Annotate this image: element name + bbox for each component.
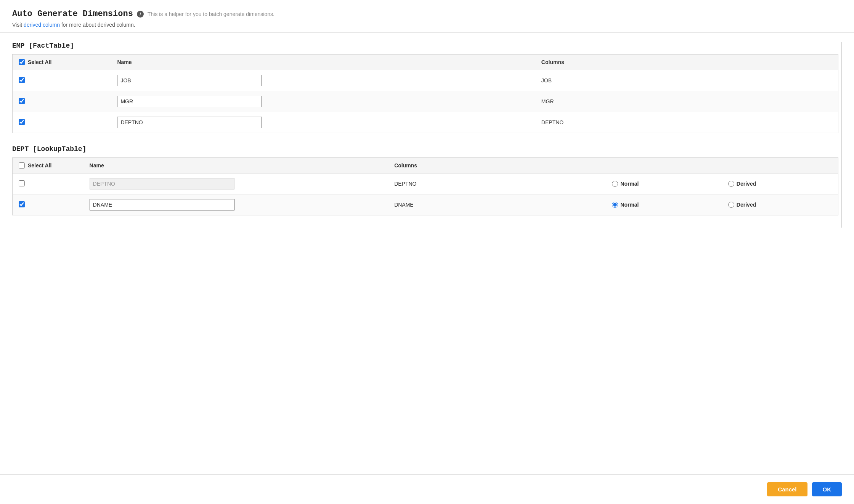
emp-section-title: EMP [FactTable]: [12, 42, 838, 50]
table-row: JOB: [13, 70, 838, 91]
dept-row2-derived-cell: Derived: [722, 194, 838, 215]
dept-row1-derived-label[interactable]: Derived: [728, 181, 832, 187]
scrollable-area[interactable]: EMP [FactTable] Select All Name Column: [12, 42, 842, 228]
emp-row1-name-input[interactable]: [117, 75, 262, 86]
header-subtitle: Visit derived column for more about deri…: [12, 22, 842, 28]
dept-header-row: Select All Name Columns: [13, 158, 838, 173]
dept-row2-column-cell: DNAME: [388, 194, 606, 215]
dept-section-title: DEPT [LookupTable]: [12, 145, 838, 153]
emp-row3-checkbox-cell: [13, 112, 111, 133]
dept-row1-derived-radio[interactable]: [728, 181, 734, 187]
dept-row2-derived-text: Derived: [737, 202, 756, 208]
dept-select-all-checkbox[interactable]: [19, 162, 25, 169]
dept-radio-header2: [722, 158, 838, 173]
dept-row1-column-cell: DEPTNO: [388, 173, 606, 194]
dept-row1-derived-text: Derived: [737, 181, 756, 187]
dept-row1-normal-label[interactable]: Normal: [612, 181, 716, 187]
footer: Cancel OK: [0, 474, 854, 504]
dept-select-all-label: Select All: [28, 162, 52, 169]
emp-select-all-header: Select All: [13, 55, 111, 70]
table-row: DEPTNO: [13, 112, 838, 133]
page-title: Auto Generate Dimensions: [12, 9, 133, 19]
subtitle-prefix: Visit: [12, 22, 24, 28]
table-row: DEPTNO Normal Derived: [13, 173, 838, 194]
dept-row2-name-cell: [83, 194, 388, 215]
dept-row2-checkbox[interactable]: [19, 201, 25, 207]
dept-table: Select All Name Columns: [12, 157, 838, 215]
dept-section: DEPT [LookupTable] Select All Name Col: [12, 145, 838, 215]
dept-row2-normal-text: Normal: [620, 202, 639, 208]
emp-row1-column-cell: JOB: [535, 70, 838, 91]
dept-row2-normal-cell: Normal: [606, 194, 722, 215]
info-icon: i: [137, 11, 144, 18]
dept-columns-header: Columns: [388, 158, 606, 173]
table-row: DNAME Normal Derived: [13, 194, 838, 215]
emp-select-all-checkbox[interactable]: [19, 59, 25, 65]
header-description: This is a helper for you to batch genera…: [148, 11, 274, 17]
ok-button[interactable]: OK: [812, 482, 842, 496]
table-row: MGR: [13, 91, 838, 112]
emp-columns-header: Columns: [535, 55, 838, 70]
dept-name-header: Name: [83, 158, 388, 173]
header-title-row: Auto Generate Dimensions i This is a hel…: [12, 9, 842, 19]
emp-row3-checkbox[interactable]: [19, 119, 25, 125]
emp-name-header: Name: [111, 55, 535, 70]
dept-radio-header1: [606, 158, 722, 173]
emp-row1-checkbox-cell: [13, 70, 111, 91]
emp-row1-checkbox[interactable]: [19, 77, 25, 83]
dept-row2-normal-radio[interactable]: [612, 202, 618, 208]
dept-row1-checkbox-cell: [13, 173, 83, 194]
derived-column-link[interactable]: derived column: [24, 22, 60, 28]
emp-row3-name-cell: [111, 112, 535, 133]
dept-row2-name-input[interactable]: [90, 199, 234, 210]
dept-row2-derived-label[interactable]: Derived: [728, 202, 832, 208]
dept-row1-name-cell: [83, 173, 388, 194]
emp-select-all-label: Select All: [28, 59, 52, 65]
dept-row1-normal-radio[interactable]: [612, 181, 618, 187]
dept-row1-normal-cell: Normal: [606, 173, 722, 194]
emp-row2-checkbox-cell: [13, 91, 111, 112]
cancel-button[interactable]: Cancel: [767, 482, 807, 496]
emp-table: Select All Name Columns: [12, 54, 838, 133]
dept-row1-name-input: [90, 178, 234, 189]
dept-row2-checkbox-cell: [13, 194, 83, 215]
emp-section: EMP [FactTable] Select All Name Column: [12, 42, 838, 133]
header: Auto Generate Dimensions i This is a hel…: [0, 0, 854, 33]
emp-row2-checkbox[interactable]: [19, 98, 25, 104]
emp-header-row: Select All Name Columns: [13, 55, 838, 70]
page-container: Auto Generate Dimensions i This is a hel…: [0, 0, 854, 504]
emp-row2-column-cell: MGR: [535, 91, 838, 112]
dept-row2-normal-label[interactable]: Normal: [612, 202, 716, 208]
main-content: EMP [FactTable] Select All Name Column: [0, 33, 854, 474]
emp-row2-name-input[interactable]: [117, 96, 262, 107]
emp-row1-name-cell: [111, 70, 535, 91]
emp-row3-name-input[interactable]: [117, 117, 262, 128]
dept-row1-checkbox[interactable]: [19, 180, 25, 186]
subtitle-suffix: for more about derived column.: [60, 22, 135, 28]
dept-row1-normal-text: Normal: [620, 181, 639, 187]
dept-row1-derived-cell: Derived: [722, 173, 838, 194]
dept-select-all-header: Select All: [13, 158, 83, 173]
dept-row2-derived-radio[interactable]: [728, 202, 734, 208]
emp-row3-column-cell: DEPTNO: [535, 112, 838, 133]
emp-row2-name-cell: [111, 91, 535, 112]
